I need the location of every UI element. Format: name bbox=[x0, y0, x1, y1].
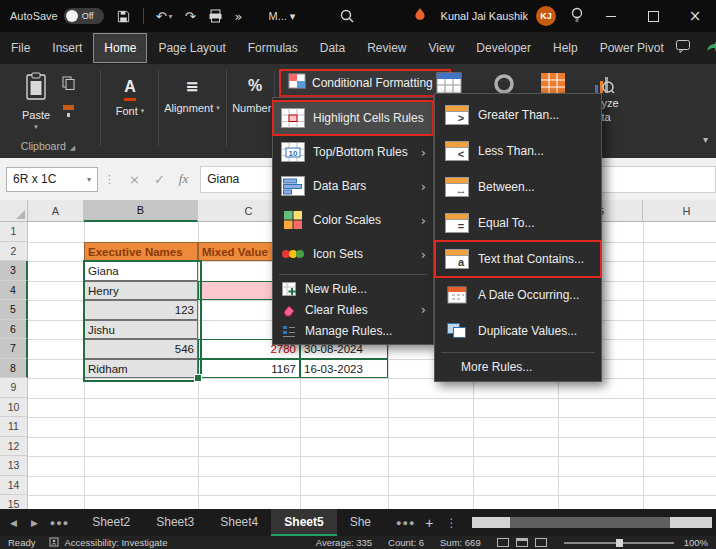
submenu-item-more-rules[interactable]: More Rules... bbox=[435, 356, 601, 378]
column-header-a[interactable]: A bbox=[28, 200, 84, 222]
minimize-button[interactable] bbox=[590, 0, 632, 32]
sheet-tab-sheet4[interactable]: Sheet4 bbox=[207, 509, 271, 536]
user-name[interactable]: Kunal Jai Kaushik bbox=[441, 10, 528, 22]
name-box-resize-handle[interactable]: ⋮ bbox=[104, 173, 115, 186]
row-header-12[interactable]: 12 bbox=[0, 437, 28, 457]
row-header-11[interactable]: 11 bbox=[0, 417, 28, 437]
maximize-button[interactable] bbox=[632, 0, 674, 32]
cancel-entry-icon[interactable]: × bbox=[129, 172, 140, 187]
redo-icon[interactable]: ↷ bbox=[185, 9, 196, 24]
tab-page-layout[interactable]: Page Layout bbox=[147, 33, 236, 63]
user-avatar[interactable]: KJ bbox=[536, 6, 556, 26]
status-sum[interactable]: Sum: 669 bbox=[440, 537, 481, 548]
confirm-entry-icon[interactable]: ✓ bbox=[154, 172, 165, 187]
font-group-button[interactable]: A Font▾ bbox=[108, 74, 152, 117]
status-average[interactable]: Average: 335 bbox=[316, 537, 372, 548]
row-header-7[interactable]: 7 bbox=[0, 339, 28, 359]
comments-icon[interactable] bbox=[675, 39, 691, 57]
row-header-2[interactable]: 2 bbox=[0, 242, 28, 262]
select-all-corner[interactable] bbox=[0, 200, 28, 222]
undo-icon[interactable]: ↶▾ bbox=[156, 9, 173, 24]
more-sheets-right-icon[interactable]: ●●● bbox=[396, 518, 415, 528]
row-header-6[interactable]: 6 bbox=[0, 320, 28, 340]
cf-menu-item-new-rule[interactable]: New Rule... bbox=[273, 278, 433, 299]
fill-handle[interactable] bbox=[194, 374, 202, 382]
submenu-item-greater-than[interactable]: >Greater Than... bbox=[435, 97, 601, 133]
submenu-item-a-date-occurring[interactable]: A Date Occurring... bbox=[435, 277, 601, 313]
cf-menu-item-manage-rules[interactable]: Manage Rules... bbox=[273, 320, 433, 341]
tab-file[interactable]: File bbox=[0, 33, 41, 63]
cell-b3[interactable]: Giana bbox=[84, 261, 198, 281]
tab-developer[interactable]: Developer bbox=[465, 33, 542, 63]
tab-power-pivot[interactable]: Power Pivot bbox=[589, 33, 675, 63]
cell-b2[interactable]: Executive Names bbox=[84, 242, 198, 262]
row-header-1[interactable]: 1 bbox=[0, 222, 28, 242]
tab-review[interactable]: Review bbox=[356, 33, 417, 63]
paste-button[interactable]: Paste ▾ bbox=[14, 72, 58, 138]
cell-c8[interactable]: 1167 bbox=[198, 359, 300, 379]
column-header-h[interactable]: H bbox=[643, 200, 716, 222]
sheet-tab-she[interactable]: She bbox=[337, 509, 384, 536]
submenu-item-between[interactable]: ↔Between... bbox=[435, 169, 601, 205]
lightbulb-icon[interactable] bbox=[570, 7, 584, 25]
cf-menu-item-clear-rules[interactable]: Clear Rules› bbox=[273, 299, 433, 320]
sheet-options-icon[interactable]: ⋮ bbox=[446, 516, 458, 530]
more-sheets-left-icon[interactable]: ●●● bbox=[50, 518, 69, 528]
zoom-slider[interactable] bbox=[564, 542, 674, 544]
row-header-10[interactable]: 10 bbox=[0, 398, 28, 418]
zoom-level[interactable]: 100% bbox=[684, 537, 708, 548]
page-break-view-icon[interactable] bbox=[535, 538, 547, 547]
submenu-item-less-than[interactable]: <Less Than... bbox=[435, 133, 601, 169]
sheet-tab-sheet5[interactable]: Sheet5 bbox=[271, 509, 336, 536]
row-header-15[interactable]: 15 bbox=[0, 495, 28, 509]
sheet-tab-sheet3[interactable]: Sheet3 bbox=[143, 509, 207, 536]
format-painter-icon[interactable] bbox=[62, 104, 75, 122]
row-header-5[interactable]: 5 bbox=[0, 300, 28, 320]
add-sheet-button[interactable]: + bbox=[425, 515, 433, 531]
submenu-item-duplicate-values[interactable]: Duplicate Values... bbox=[435, 313, 601, 349]
normal-view-icon[interactable] bbox=[497, 538, 509, 547]
row-header-4[interactable]: 4 bbox=[0, 281, 28, 301]
tab-insert[interactable]: Insert bbox=[41, 33, 93, 63]
insert-function-icon[interactable]: fx bbox=[179, 171, 188, 187]
cf-menu-item-top-bottom-rules[interactable]: 10Top/Bottom Rules› bbox=[273, 135, 433, 169]
dialog-launcher-icon[interactable]: ◢ bbox=[70, 144, 75, 152]
row-header-13[interactable]: 13 bbox=[0, 456, 28, 476]
save-icon[interactable] bbox=[116, 9, 131, 24]
tab-view[interactable]: View bbox=[418, 33, 466, 63]
cell-b7[interactable]: 546 bbox=[84, 339, 198, 359]
next-sheet-icon[interactable]: ▶ bbox=[31, 518, 38, 528]
cf-menu-item-highlight-cells-rules[interactable]: Highlight Cells Rules› bbox=[273, 101, 433, 135]
name-box[interactable]: 6R x 1C ▾ bbox=[6, 167, 98, 192]
row-header-14[interactable]: 14 bbox=[0, 476, 28, 496]
cf-menu-item-icon-sets[interactable]: Icon Sets› bbox=[273, 237, 433, 271]
column-header-b[interactable]: B bbox=[84, 200, 198, 222]
horizontal-scrollbar[interactable] bbox=[472, 517, 712, 528]
row-header-3[interactable]: 3 bbox=[0, 261, 28, 281]
collapse-ribbon-icon[interactable]: ▾ bbox=[703, 134, 708, 145]
previous-sheet-icon[interactable]: ◀ bbox=[10, 518, 17, 528]
cell-b5[interactable]: 123 bbox=[84, 300, 198, 320]
sheet-tab-sheet2[interactable]: Sheet2 bbox=[79, 509, 143, 536]
search-icon[interactable] bbox=[339, 8, 355, 24]
quick-access-overflow-icon[interactable]: » bbox=[235, 9, 243, 24]
close-button[interactable]: × bbox=[674, 0, 716, 32]
alignment-group-button[interactable]: ≡ Alignment▾ bbox=[163, 74, 221, 114]
document-title-menu[interactable]: M... ▾ bbox=[269, 10, 296, 23]
row-header-8[interactable]: 8 bbox=[0, 359, 28, 379]
tab-home[interactable]: Home bbox=[93, 33, 147, 63]
submenu-item-text-that-contains[interactable]: aText that Contains... bbox=[435, 241, 601, 277]
flame-icon[interactable] bbox=[413, 7, 427, 25]
cf-menu-item-color-scales[interactable]: Color Scales› bbox=[273, 203, 433, 237]
tab-help[interactable]: Help bbox=[542, 33, 589, 63]
cell-d8[interactable]: 16-03-2023 bbox=[300, 359, 388, 379]
submenu-item-equal-to[interactable]: =Equal To... bbox=[435, 205, 601, 241]
row-header-9[interactable]: 9 bbox=[0, 378, 28, 398]
cell-b6[interactable]: Jishu bbox=[84, 320, 198, 340]
conditional-formatting-button[interactable]: Conditional Formatting ▾ bbox=[280, 70, 450, 96]
zoom-slider-thumb[interactable] bbox=[616, 539, 623, 547]
autosave-toggle[interactable]: Off bbox=[64, 8, 104, 24]
copy-icon[interactable] bbox=[62, 76, 75, 94]
share-icon[interactable] bbox=[705, 40, 716, 57]
print-icon[interactable] bbox=[208, 9, 223, 23]
